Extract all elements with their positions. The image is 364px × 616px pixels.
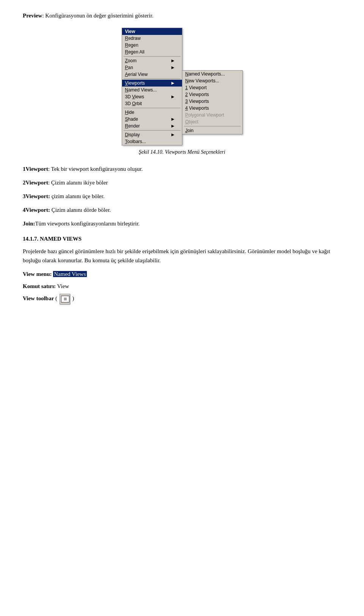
view-menu-label: View menu: [23,271,52,277]
named-views-highlight: Named Views [53,271,86,277]
viewport4-text: Çizim alanını dörde böler. [50,207,111,213]
submenu-item-new-viewports-label: New Viewports... [185,78,220,83]
submenu-item-2-viewports[interactable]: 2 Viewports [182,91,242,98]
menu-item-redraw-label: Redraw [125,36,141,41]
join-text: Tüm viewports konfigürasyonlarını birleş… [35,221,140,227]
viewport2-paragraph: 2Viewport: Çizim alanını ikiye böler [23,178,341,187]
menu-item-regen-all-label: Regen All [125,49,144,55]
viewport3-paragraph: 3Viewport: çizim alanını üçe böler. [23,192,341,201]
shade-arrow-icon: ▶ [171,117,174,121]
viewport2-label: 2Viewport [23,180,48,186]
menu-item-regen-all[interactable]: Regen All [122,49,182,55]
viewport1-paragraph: 1Viewport: Tek bir viewport konfigürasyo… [23,164,341,173]
figure-caption: Şekil 14.10. Viewports Menü Seçenekleri [23,149,341,155]
submenu-item-join[interactable]: Join [182,127,242,134]
page-content: Preview: Konfigürasyonun ön değer göster… [23,11,341,304]
view-menu-line: View menu: Named Views [23,269,341,279]
submenu-item-2-viewports-label: 2 Viewports [185,92,209,97]
main-menu-box: View Redraw Regen Regen All [122,28,182,145]
menu-item-shade[interactable]: Shade ▶ [122,116,182,123]
section-body1: Projelerde bazı güncel görünümlere hızlı… [23,247,341,265]
menu-item-aerial-view[interactable]: Aerial View [122,71,182,78]
menu-item-3d-orbit[interactable]: 3D Orbit [122,100,182,107]
section-title-text: 14.1.7. NAMED VIEWS [23,236,82,242]
divider-1 [124,56,180,57]
render-arrow-icon: ▶ [171,124,174,128]
submenu-item-join-label: Join [185,128,194,133]
menu-item-hide-label: Hide [125,110,135,115]
menu-item-3d-orbit-label: 3D Orbit [125,101,142,106]
menu-item-regen[interactable]: Regen [122,42,182,49]
menu-item-viewports-label: Viewports [125,80,145,86]
menu-item-named-views-label: Named Views... [125,87,157,93]
figure-caption-text: Şekil 14.10. Viewports Menü Seçenekleri [139,149,225,155]
submenu-item-4-viewports-label: 4 Viewports [185,106,209,111]
menu-item-zoom-label: Zoom [125,58,137,63]
submenu-item-named-viewports-label: Named Viewports... [185,71,225,77]
submenu-item-3-viewports-label: 3 Viewports [185,99,209,104]
menu-item-named-views[interactable]: Named Views... [122,87,182,93]
pan-arrow-icon: ▶ [171,65,174,69]
toolbar-label: View toolbar [23,295,54,301]
toolbar-icon-inner [61,296,69,302]
menu-item-render[interactable]: Render ▶ [122,123,182,129]
menu-item-pan[interactable]: Pan ▶ [122,64,182,71]
menu-item-display[interactable]: Display ▶ [122,131,182,138]
submenu-item-new-viewports[interactable]: New Viewports... [182,77,242,84]
preview-paragraph: Preview: Konfigürasyonun ön değer göster… [23,11,341,20]
viewports-submenu-box: Named Viewports... New Viewports... 1 Vi… [182,70,243,134]
viewport2-text: : Çizim alanını ikiye böler [48,180,108,186]
viewport4-paragraph: 4Viewport: Çizim alanını dörde böler. [23,205,341,214]
menu-title-bar: View [122,28,182,35]
menu-item-3d-views[interactable]: 3D Views ▶ [122,93,182,100]
menu-item-display-label: Display [125,132,140,137]
3d-views-arrow-icon: ▶ [171,95,174,99]
submenu-container: View Redraw Regen Regen All [122,28,243,145]
display-arrow-icon: ▶ [171,132,174,137]
menu-image-container: View Redraw Regen Regen All [23,28,341,145]
menu-figure: View Redraw Regen Regen All [122,28,243,145]
submenu-item-1-viewport-label: 1 Viewport [185,85,207,90]
menu-item-3d-views-label: 3D Views [125,94,144,99]
section-title: 14.1.7. NAMED VIEWS [23,236,341,242]
section-body1-text: Projelerde bazı güncel görünümlere hızlı… [23,248,330,263]
join-paragraph: Join:Tüm viewports konfigürasyonlarını b… [23,219,341,228]
toolbar-icon [60,294,70,304]
viewport1-text: : Tek bir viewport konfigürasyonu oluşur… [48,166,143,172]
menu-item-zoom[interactable]: Zoom ▶ [122,57,182,64]
viewport3-text: çizim alanını üçe böler. [50,193,105,199]
submenu-item-3-viewports[interactable]: 3 Viewports [182,98,242,105]
menu-item-shade-label: Shade [125,117,138,122]
menu-item-aerial-view-label: Aerial View [125,72,148,77]
toolbar-parens-open: ( [55,295,57,301]
preview-text: : Konfigürasyonun ön değer gösterimini g… [42,13,153,19]
menu-item-regen-label: Regen [125,43,138,48]
submenu-item-polygonal-viewport: Polygonal Viewport [182,112,242,118]
komut-value-text: View [57,283,69,289]
viewport1-label: 1Viewport [23,166,48,172]
submenu-divider-1 [184,126,241,126]
submenu-item-object: Object [182,118,242,125]
submenu-item-named-viewports[interactable]: Named Viewports... [182,71,242,77]
viewport3-label: 3Viewport: [23,193,50,199]
divider-2 [124,79,180,79]
submenu-item-1-viewport[interactable]: 1 Viewport [182,84,242,91]
submenu-item-4-viewports[interactable]: 4 Viewports [182,105,242,112]
menu-item-toolbars[interactable]: Toolbars... [122,138,182,145]
menu-item-viewports[interactable]: Viewports ▶ [122,80,182,87]
toolbar-line: View toolbar ( ) [23,294,341,304]
komut-label: Komut satırı: [23,283,56,289]
submenu-item-polygonal-viewport-label: Polygonal Viewport [185,112,224,118]
preview-label: Preview [23,13,42,19]
viewport4-label: 4Viewport: [23,207,50,213]
join-label: Join: [23,221,35,227]
menu-item-hide[interactable]: Hide [122,109,182,116]
submenu-item-object-label: Object [185,119,199,124]
menu-item-redraw[interactable]: Redraw [122,35,182,42]
menu-item-render-label: Render [125,123,140,129]
divider-3 [124,108,180,108]
toolbar-parens-close: ) [72,295,74,301]
zoom-arrow-icon: ▶ [171,58,174,63]
menu-item-pan-label: Pan [125,65,133,70]
menu-title: View [125,29,135,34]
